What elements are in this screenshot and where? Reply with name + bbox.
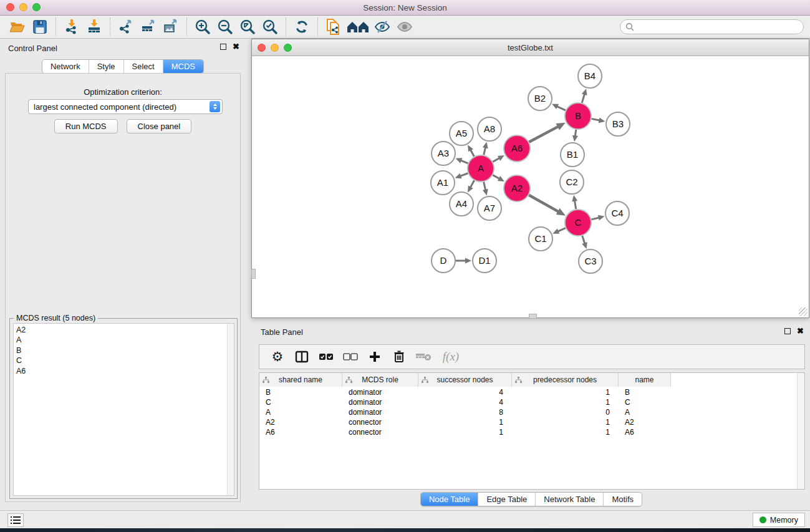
graph-edge-B-B2[interactable] bbox=[557, 107, 566, 110]
mcds-result-item[interactable]: A2 bbox=[16, 325, 234, 335]
minimize-window-light[interactable] bbox=[19, 3, 27, 11]
import-network-button[interactable] bbox=[60, 17, 83, 37]
mcds-result-list[interactable]: A2ABCA6 bbox=[13, 323, 234, 496]
column-header-name[interactable]: name bbox=[619, 373, 671, 387]
table-cell[interactable]: 4 bbox=[418, 387, 512, 397]
tab-style[interactable]: Style bbox=[89, 60, 124, 73]
graph-edge-B-B1[interactable] bbox=[575, 130, 576, 137]
graph-edge-A-A3[interactable] bbox=[461, 160, 468, 163]
hide-selected-button[interactable] bbox=[371, 17, 393, 37]
refresh-layout-button[interactable] bbox=[291, 17, 313, 37]
graph-edge-A2-C[interactable] bbox=[529, 195, 558, 212]
task-history-button[interactable] bbox=[7, 513, 24, 527]
table-cell[interactable]: B bbox=[259, 387, 342, 397]
search-input[interactable] bbox=[634, 21, 803, 33]
network-window-titlebar[interactable]: testGlobe.txt bbox=[252, 39, 809, 56]
table-row[interactable]: Bdominator41B bbox=[259, 387, 671, 397]
column-header-successor-nodes[interactable]: successor nodes bbox=[418, 373, 512, 387]
table-cell[interactable]: 4 bbox=[418, 397, 512, 407]
network-graph[interactable]: B4B2BB3A8A5A6A3B1AA1C2A2A4A7C4CC1C3DD1 bbox=[252, 56, 809, 317]
table-cell[interactable]: dominator bbox=[342, 407, 418, 417]
apply-function-button[interactable]: f(x) bbox=[438, 347, 463, 366]
graph-edge-A-A6[interactable] bbox=[493, 158, 499, 162]
network-canvas[interactable]: B4B2BB3A8A5A6A3B1AA1C2A2A4A7C4CC1C3DD1 bbox=[252, 56, 809, 317]
network-zoom-light[interactable] bbox=[284, 44, 292, 52]
table-cell[interactable]: A2 bbox=[259, 417, 342, 427]
window-titlebar[interactable]: Session: New Session bbox=[0, 0, 810, 16]
close-panel-icon[interactable]: ✖ bbox=[797, 328, 804, 334]
search-field[interactable] bbox=[620, 19, 804, 34]
table-row[interactable]: A6connector11A6 bbox=[259, 427, 671, 437]
criterion-dropdown[interactable]: largest connected component (directed) bbox=[28, 99, 223, 114]
table-cell[interactable]: connector bbox=[342, 417, 418, 427]
table-cell[interactable]: dominator bbox=[342, 397, 418, 407]
select-all-columns-button[interactable] bbox=[317, 347, 335, 366]
table-cell[interactable]: A6 bbox=[619, 427, 671, 437]
table-row[interactable]: A2connector11A2 bbox=[259, 417, 671, 427]
tab-network-table[interactable]: Network Table bbox=[536, 493, 604, 506]
tab-node-table[interactable]: Node Table bbox=[421, 493, 479, 506]
delete-table-button[interactable] bbox=[414, 347, 433, 366]
graph-edge-A-A2[interactable] bbox=[493, 175, 499, 179]
tab-edge-table[interactable]: Edge Table bbox=[478, 493, 536, 506]
zoom-out-button[interactable] bbox=[214, 17, 236, 37]
show-all-button[interactable] bbox=[393, 17, 416, 37]
close-panel-button[interactable]: Close panel bbox=[127, 119, 192, 133]
export-image-button[interactable] bbox=[160, 17, 182, 37]
mcds-result-item[interactable]: A6 bbox=[16, 366, 234, 376]
graph-edge-C-C3[interactable] bbox=[582, 236, 585, 244]
tab-mcds[interactable]: MCDS bbox=[163, 60, 203, 73]
graph-edge-B-B4[interactable] bbox=[582, 94, 584, 103]
table-cell[interactable]: B bbox=[619, 387, 671, 397]
graph-edge-C-C4[interactable] bbox=[591, 218, 599, 220]
tab-select[interactable]: Select bbox=[124, 60, 163, 73]
mcds-result-item[interactable]: A bbox=[16, 335, 234, 345]
column-header-shared-name[interactable]: shared name bbox=[259, 373, 342, 387]
table-cell[interactable]: A2 bbox=[619, 417, 671, 427]
graph-edge-C-C2[interactable] bbox=[575, 201, 576, 210]
tab-network[interactable]: Network bbox=[42, 60, 89, 73]
column-header-predecessor-nodes[interactable]: predecessor nodes bbox=[512, 373, 619, 387]
table-cell[interactable]: 1 bbox=[418, 427, 512, 437]
list-scrollbar[interactable] bbox=[227, 324, 234, 495]
first-neighbors-button[interactable] bbox=[345, 17, 371, 37]
add-column-button[interactable] bbox=[365, 347, 384, 366]
graph-edge-A-A7[interactable] bbox=[484, 181, 486, 190]
memory-button[interactable]: Memory bbox=[753, 513, 805, 527]
table-cell[interactable]: 1 bbox=[512, 387, 619, 397]
open-file-button[interactable] bbox=[6, 17, 29, 37]
table-cell[interactable]: A6 bbox=[259, 427, 342, 437]
table-cell[interactable]: 1 bbox=[512, 417, 619, 427]
graph-edge-A-A1[interactable] bbox=[460, 173, 468, 177]
table-cell[interactable]: C bbox=[619, 397, 671, 407]
graph-edge-A-A5[interactable] bbox=[471, 150, 475, 157]
table-row[interactable]: Adominator80A bbox=[259, 407, 671, 417]
zoom-window-light[interactable] bbox=[32, 3, 41, 11]
clone-network-button[interactable] bbox=[322, 17, 345, 37]
table-cell[interactable]: 1 bbox=[512, 397, 619, 407]
mcds-result-item[interactable]: C bbox=[16, 355, 234, 365]
close-window-light[interactable] bbox=[6, 3, 14, 11]
graph-edge-A-A4[interactable] bbox=[470, 180, 474, 187]
delete-column-button[interactable] bbox=[390, 347, 408, 366]
table-cell[interactable]: 1 bbox=[512, 427, 619, 437]
tab-motifs[interactable]: Motifs bbox=[604, 493, 642, 506]
show-columns-button[interactable] bbox=[292, 347, 311, 366]
import-table-button[interactable] bbox=[83, 17, 105, 37]
float-panel-icon[interactable] bbox=[784, 328, 791, 334]
close-panel-icon[interactable]: ✖ bbox=[233, 44, 239, 50]
resize-grip-icon[interactable] bbox=[799, 307, 808, 316]
column-header-MCDS-role[interactable]: MCDS role bbox=[342, 373, 418, 387]
zoom-in-button[interactable] bbox=[191, 17, 214, 37]
table-cell[interactable]: A bbox=[259, 407, 342, 417]
zoom-fit-button[interactable] bbox=[236, 17, 259, 37]
splitter-handle-icon[interactable] bbox=[529, 314, 537, 319]
graph-edge-A-A8[interactable] bbox=[484, 147, 486, 155]
table-cell[interactable]: connector bbox=[342, 427, 418, 437]
export-network-button[interactable] bbox=[115, 17, 137, 37]
graph-edge-A6-B[interactable] bbox=[529, 127, 558, 142]
run-mcds-button[interactable]: Run MCDS bbox=[54, 119, 118, 133]
table-cell[interactable]: 1 bbox=[418, 417, 512, 427]
network-close-light[interactable] bbox=[258, 44, 266, 52]
graph-edge-C-C1[interactable] bbox=[558, 228, 566, 231]
